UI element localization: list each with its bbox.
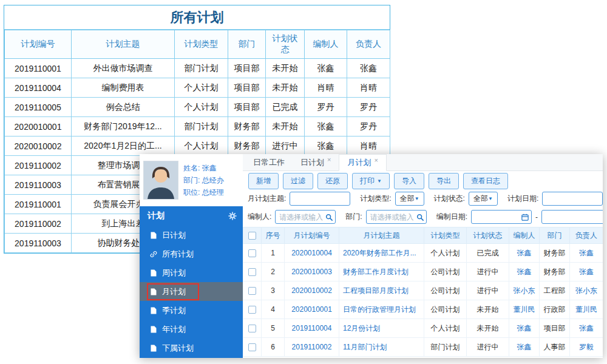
creator-cell: 张鑫 — [509, 263, 540, 281]
tab-label: 月计划 — [347, 157, 371, 168]
sidebar-item[interactable]: 下属计划 — [140, 339, 243, 357]
creator-link[interactable]: 张小东 — [514, 286, 535, 295]
plan-subject-link[interactable]: 11月部门计划 — [343, 343, 387, 351]
create-date-end-input[interactable] — [541, 210, 603, 224]
row-number-cell: 5 — [262, 319, 285, 338]
tab-bar: 日常工作日计划×月计划× — [243, 154, 603, 171]
sidebar-item[interactable]: 所有计划 — [140, 244, 243, 263]
owner-link[interactable]: 张鑫 — [579, 249, 594, 257]
tab[interactable]: 月计划× — [339, 154, 386, 171]
sidebar-item-label: 月计划 — [162, 286, 186, 297]
checkbox[interactable] — [248, 232, 256, 240]
checkbox[interactable] — [248, 249, 256, 257]
close-icon[interactable]: × — [374, 157, 378, 164]
checkbox[interactable] — [248, 287, 256, 295]
search-icon[interactable] — [416, 214, 424, 221]
cell: 肖晴 — [347, 78, 390, 98]
table-row[interactable]: 20200100022020年1月2日的工...个人计划财务部进行中张鑫肖晴 — [5, 136, 390, 156]
table-row[interactable]: 2019110004编制费用表个人计划项目部未开始肖晴肖晴 — [5, 78, 390, 98]
plan-code-link[interactable]: 2020010002 — [291, 286, 332, 295]
checkbox[interactable] — [248, 325, 256, 332]
table-row[interactable]: 5201911000412月份计划个人计划未开始张鑫项目部张鑫 — [243, 319, 603, 338]
plan-subject-link[interactable]: 日常的行政管理月计划 — [343, 305, 416, 314]
table-row[interactable]: 32020010002工程项目部月度计划公司计划进行中张小东工程部张小东 — [243, 281, 603, 300]
dept-cell: 项目部 — [540, 319, 570, 338]
file-icon — [150, 269, 157, 277]
cell: 罗丹 — [347, 117, 390, 136]
owner-link[interactable]: 张鑫 — [579, 324, 594, 332]
creator-link[interactable]: 董川民 — [514, 305, 535, 314]
tab[interactable]: 日常工作 — [245, 154, 293, 170]
checkbox[interactable] — [248, 306, 256, 314]
plan-status-cell: 进行中 — [467, 281, 509, 300]
search-icon[interactable] — [325, 214, 333, 221]
plan-type-cell: 部门计划 — [424, 338, 467, 357]
owner-link[interactable]: 张鑫 — [579, 268, 594, 276]
table-row[interactable]: 2020010001财务部门2019年12...部门计划财务部未开始张鑫罗丹 — [5, 117, 390, 136]
sidebar-item[interactable]: 日计划 — [140, 226, 243, 244]
profile-dept: 部门: 总经办 — [183, 174, 224, 186]
gear-icon[interactable] — [228, 212, 237, 220]
plan-status-cell: 未开始 — [467, 319, 509, 338]
status-filter-select[interactable]: 全部 ▼ — [469, 192, 498, 206]
plan-code-link[interactable]: 2020010003 — [291, 268, 332, 276]
table-row[interactable]: 6201911000211月部门计划部门计划进行中张鑫人事部罗毅 — [243, 338, 603, 357]
table-row[interactable]: 120200100042020年财务部工作月...个人计划已完成张鑫财务部张鑫 — [243, 244, 603, 263]
checkbox[interactable] — [248, 268, 256, 276]
owner-link[interactable]: 罗毅 — [579, 343, 594, 351]
creator-link[interactable]: 张鑫 — [517, 249, 532, 257]
plan-subject-link[interactable]: 12月份计划 — [343, 324, 380, 332]
tab[interactable]: 日计划× — [293, 154, 339, 170]
cell: 部门计划 — [175, 59, 228, 78]
dept-filter-label: 部门: — [345, 212, 362, 222]
owner-link[interactable]: 董川民 — [575, 305, 597, 314]
sidebar-item[interactable]: 年计划 — [140, 320, 243, 339]
column-header: 序号 — [262, 228, 285, 244]
toolbar-button-label: 过滤 — [291, 176, 305, 186]
toolbar-button[interactable]: 新增 — [248, 173, 279, 189]
table-row[interactable]: 22020010003财务部工作月度计划公司计划进行中张鑫财务部张鑫 — [243, 263, 603, 281]
plan-subject-link[interactable]: 工程项目部月度计划 — [343, 286, 409, 295]
sidebar-item-label: 季计划 — [162, 305, 186, 316]
column-header: 编制人 — [509, 228, 540, 244]
table-row[interactable]: 2019110005例会总结个人计划项目部已完成罗丹罗丹 — [5, 98, 390, 117]
creator-cell: 董川民 — [509, 300, 540, 319]
sidebar-item[interactable]: 周计划 — [140, 263, 243, 282]
plan-subject-link[interactable]: 2020年财务部工作月... — [343, 249, 416, 257]
plan-code-link[interactable]: 2020010004 — [291, 249, 332, 257]
checkbox-cell — [243, 300, 262, 319]
filter-row-2: 编制人: 部门: 编制日期: — [248, 210, 598, 224]
cell: 张鑫 — [305, 117, 347, 136]
close-icon[interactable]: × — [327, 156, 331, 163]
toolbar-button[interactable]: 打印▼ — [352, 173, 390, 189]
subject-filter-label: 月计划主题: — [248, 194, 286, 204]
plan-code-link[interactable]: 2019110002 — [292, 343, 332, 351]
creator-link[interactable]: 张鑫 — [517, 324, 532, 332]
toolbar-button[interactable]: 还原 — [317, 173, 348, 189]
plan-code-link[interactable]: 2019110004 — [292, 324, 332, 332]
type-filter-select[interactable]: 全部 ▼ — [395, 192, 424, 206]
owner-link[interactable]: 张小东 — [575, 286, 597, 295]
cell: 张鑫 — [347, 59, 390, 78]
calendar-icon[interactable] — [521, 214, 529, 221]
toolbar-button[interactable]: 查看日志 — [463, 173, 508, 189]
plan-code-link[interactable]: 2020010001 — [291, 305, 332, 314]
toolbar-button-label: 还原 — [325, 176, 340, 186]
toolbar-button[interactable]: 导入 — [394, 173, 424, 189]
sidebar-item[interactable]: 月计划 — [140, 282, 243, 301]
cell: 已完成 — [266, 98, 305, 117]
creator-link[interactable]: 张鑫 — [517, 343, 532, 351]
sidebar-item[interactable]: 季计划 — [140, 301, 243, 320]
toolbar-button[interactable]: 过滤 — [283, 173, 313, 189]
creator-link[interactable]: 张鑫 — [517, 268, 532, 276]
plan-code-cell: 2019110002 — [285, 338, 339, 357]
cell: 未开始 — [266, 117, 305, 136]
subject-filter-input[interactable] — [290, 192, 350, 206]
plan-date-filter-input[interactable] — [542, 192, 603, 206]
table-row[interactable]: 42020010001日常的行政管理月计划公司计划未开始董川民行政部董川民 — [243, 300, 603, 319]
table-row[interactable]: 2019110001外出做市场调查部门计划项目部未开始张鑫张鑫 — [5, 59, 390, 78]
plan-subject-link[interactable]: 财务部工作月度计划 — [343, 268, 409, 276]
cell: 2019110001 — [5, 59, 72, 78]
toolbar-button[interactable]: 导出 — [429, 173, 459, 189]
checkbox[interactable] — [248, 343, 256, 351]
